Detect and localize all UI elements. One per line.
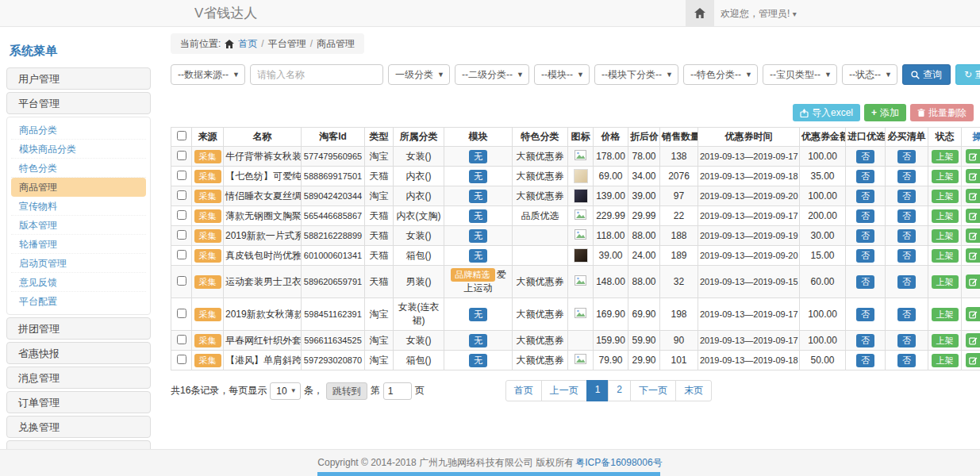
edit-button[interactable] bbox=[966, 169, 980, 183]
reset-button[interactable]: ↻重置 bbox=[955, 64, 980, 85]
row-checkbox[interactable] bbox=[177, 151, 186, 160]
import-toggle-badge[interactable]: 否 bbox=[856, 275, 874, 289]
import-toggle-badge[interactable]: 否 bbox=[856, 249, 874, 263]
row-checkbox[interactable] bbox=[177, 309, 186, 318]
status-badge[interactable]: 上架 bbox=[932, 190, 959, 203]
icp-link[interactable]: 粤ICP备16098006号 bbox=[575, 456, 662, 470]
select-all-checkbox[interactable] bbox=[177, 131, 186, 140]
add-button[interactable]: + 添加 bbox=[864, 104, 906, 121]
filter-name-input[interactable] bbox=[250, 64, 383, 85]
edit-button[interactable] bbox=[966, 149, 980, 163]
filter-select-item-type[interactable]: --宝贝类型--▼ bbox=[763, 64, 837, 85]
row-checkbox[interactable] bbox=[177, 171, 186, 180]
must-buy-toggle-badge[interactable]: 否 bbox=[897, 334, 916, 347]
row-checkbox[interactable] bbox=[177, 276, 186, 286]
sidebar-subitem[interactable]: 平台配置 bbox=[11, 292, 146, 311]
import-toggle-badge[interactable]: 否 bbox=[856, 334, 874, 347]
status-badge[interactable]: 上架 bbox=[932, 150, 959, 163]
status-badge[interactable]: 上架 bbox=[932, 354, 959, 367]
must-buy-toggle-badge[interactable]: 否 bbox=[897, 229, 916, 243]
import-toggle-badge[interactable]: 否 bbox=[856, 308, 874, 321]
import-toggle-badge[interactable]: 否 bbox=[856, 190, 874, 203]
page-button-下一页[interactable]: 下一页 bbox=[630, 380, 676, 401]
filter-select-level2-category[interactable]: --二级分类--▼ bbox=[455, 64, 529, 85]
page-button-首页[interactable]: 首页 bbox=[505, 380, 542, 401]
edit-button[interactable] bbox=[966, 307, 980, 321]
sidebar-item[interactable]: 兑换管理 bbox=[6, 416, 151, 438]
status-badge[interactable]: 上架 bbox=[932, 275, 959, 289]
per-page-select[interactable]: 10 ▼ bbox=[270, 382, 300, 400]
sidebar-item[interactable]: 订单管理 bbox=[6, 391, 151, 413]
status-badge[interactable]: 上架 bbox=[932, 249, 959, 263]
filter-select-status[interactable]: --状态--▼ bbox=[842, 64, 897, 85]
module-none-badge[interactable]: 无 bbox=[469, 190, 487, 203]
status-badge[interactable]: 上架 bbox=[932, 229, 959, 243]
status-badge[interactable]: 上架 bbox=[932, 334, 959, 347]
sidebar-item[interactable]: 平台管理 bbox=[6, 92, 151, 114]
must-buy-toggle-badge[interactable]: 否 bbox=[897, 190, 916, 203]
status-badge[interactable]: 上架 bbox=[932, 308, 959, 321]
sidebar-subitem[interactable]: 启动页管理 bbox=[11, 254, 146, 273]
sidebar-item[interactable]: 用户管理 bbox=[6, 67, 151, 90]
row-checkbox[interactable] bbox=[177, 355, 186, 364]
must-buy-toggle-badge[interactable]: 否 bbox=[897, 209, 916, 223]
module-none-badge[interactable]: 无 bbox=[469, 249, 487, 263]
user-menu[interactable]: 欢迎您，管理员! ▾ bbox=[721, 0, 797, 28]
edit-button[interactable] bbox=[966, 189, 980, 203]
edit-button[interactable] bbox=[966, 274, 980, 289]
module-none-badge[interactable]: 无 bbox=[469, 150, 487, 163]
sidebar-subitem[interactable]: 版本管理 bbox=[11, 216, 146, 235]
sidebar-subitem[interactable]: 模块商品分类 bbox=[11, 140, 146, 159]
sidebar-subitem[interactable]: 特色分类 bbox=[11, 159, 146, 178]
import-toggle-badge[interactable]: 否 bbox=[856, 170, 874, 183]
import-toggle-badge[interactable]: 否 bbox=[856, 150, 874, 163]
status-badge[interactable]: 上架 bbox=[932, 170, 959, 183]
import-toggle-badge[interactable]: 否 bbox=[856, 209, 874, 223]
jump-page-input[interactable] bbox=[383, 382, 412, 400]
edit-button[interactable] bbox=[966, 333, 980, 347]
module-none-badge[interactable]: 无 bbox=[469, 170, 487, 183]
filter-select-module-sub-category[interactable]: --模块下分类--▼ bbox=[594, 64, 678, 85]
sidebar-item[interactable]: 消息管理 bbox=[6, 367, 151, 389]
row-checkbox[interactable] bbox=[177, 335, 186, 344]
must-buy-toggle-badge[interactable]: 否 bbox=[897, 308, 916, 321]
must-buy-toggle-badge[interactable]: 否 bbox=[897, 249, 916, 263]
page-button-2[interactable]: 2 bbox=[608, 380, 631, 401]
must-buy-toggle-badge[interactable]: 否 bbox=[897, 170, 916, 183]
module-none-badge[interactable]: 无 bbox=[469, 354, 487, 367]
header-home-button[interactable] bbox=[686, 0, 714, 26]
import-toggle-badge[interactable]: 否 bbox=[856, 354, 874, 367]
query-button[interactable]: 查询 bbox=[902, 64, 951, 85]
sidebar-subitem[interactable]: 意见反馈 bbox=[11, 273, 146, 292]
sidebar-subitem[interactable]: 轮播管理 bbox=[11, 235, 146, 254]
page-button-1[interactable]: 1 bbox=[586, 380, 609, 401]
jump-button[interactable]: 跳转到 bbox=[326, 382, 367, 400]
edit-button[interactable] bbox=[966, 209, 980, 223]
filter-select-level1-category[interactable]: 一级分类▼ bbox=[388, 64, 450, 85]
page-button-末页[interactable]: 末页 bbox=[675, 380, 712, 401]
row-checkbox[interactable] bbox=[177, 230, 186, 240]
page-button-上一页[interactable]: 上一页 bbox=[541, 380, 587, 401]
filter-select-data-source[interactable]: --数据来源--▼ bbox=[171, 64, 245, 85]
sidebar-item[interactable]: 拼团管理 bbox=[6, 317, 151, 340]
module-none-badge[interactable]: 无 bbox=[469, 209, 487, 223]
import-toggle-badge[interactable]: 否 bbox=[856, 229, 874, 243]
filter-select-feature-category[interactable]: --特色分类--▼ bbox=[683, 64, 758, 85]
edit-button[interactable] bbox=[966, 353, 980, 367]
module-none-badge[interactable]: 无 bbox=[469, 334, 487, 347]
row-checkbox[interactable] bbox=[177, 250, 186, 259]
module-none-badge[interactable]: 无 bbox=[469, 229, 487, 243]
sidebar-subitem[interactable]: 商品分类 bbox=[11, 121, 146, 140]
batch-delete-button[interactable]: 批量删除 bbox=[910, 104, 974, 121]
sidebar-item[interactable]: 省惠快报 bbox=[6, 342, 151, 364]
sidebar-subitem[interactable]: 商品管理 bbox=[11, 178, 146, 197]
breadcrumb-home-link[interactable]: 首页 bbox=[238, 37, 257, 51]
filter-select-module[interactable]: --模块--▼ bbox=[534, 64, 590, 85]
module-none-badge[interactable]: 无 bbox=[469, 308, 487, 321]
edit-button[interactable] bbox=[966, 248, 980, 263]
sidebar-subitem[interactable]: 宣传物料 bbox=[11, 197, 146, 216]
must-buy-toggle-badge[interactable]: 否 bbox=[897, 354, 916, 367]
status-badge[interactable]: 上架 bbox=[932, 209, 959, 223]
import-excel-button[interactable]: 导入excel bbox=[793, 104, 860, 121]
must-buy-toggle-badge[interactable]: 否 bbox=[897, 275, 916, 289]
